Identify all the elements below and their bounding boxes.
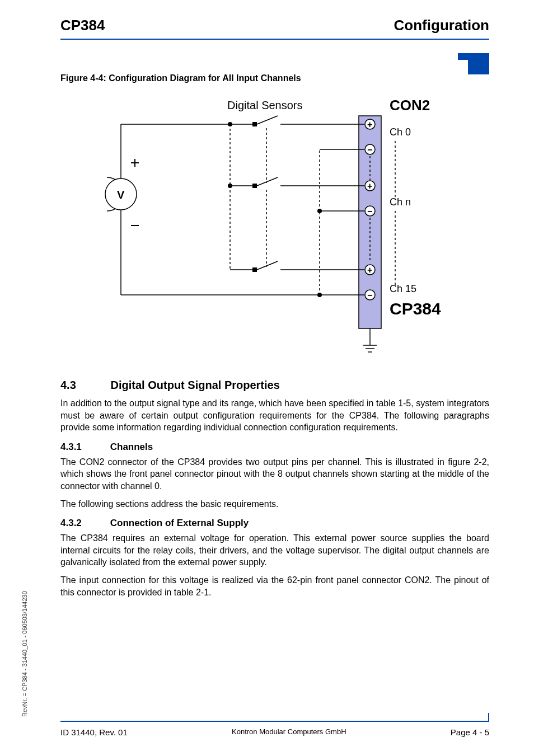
footer-right: Page 4 - 5	[451, 727, 489, 737]
con2-label: CON2	[390, 97, 430, 114]
configuration-diagram: CON2 + − Ch 0 + − Ch n + − Ch 15 CP384 D…	[85, 93, 465, 362]
cp384-label: CP384	[390, 299, 441, 318]
section-4-3-p1: In addition to the output signal type an…	[60, 397, 489, 434]
svg-line-30	[257, 116, 278, 124]
section-num: 4.3	[60, 379, 107, 392]
svg-text:+: +	[367, 181, 372, 191]
svg-text:−: −	[367, 206, 372, 216]
subsection-heading-4-3-1: 4.3.1 Channels	[60, 442, 489, 453]
voltage-label: V	[117, 189, 125, 201]
header-left: CP384	[60, 17, 105, 34]
footer-center: Kontron Modular Computers GmbH	[232, 727, 346, 737]
svg-text:+: +	[367, 265, 372, 275]
footer-rule	[60, 721, 489, 722]
subsection-num: 4.3.2	[60, 518, 107, 529]
ch15-label: Ch 15	[390, 283, 416, 294]
svg-text:−: −	[367, 145, 372, 154]
header-rule	[60, 39, 489, 40]
subsection-title: Channels	[110, 442, 153, 452]
section-heading-4-3: 4.3 Digital Output Signal Properties	[60, 379, 489, 392]
section-title: Digital Output Signal Properties	[111, 379, 280, 391]
subsection-title: Connection of External Supply	[110, 518, 249, 528]
svg-text:−: −	[367, 290, 372, 300]
corner-badge-icon	[458, 53, 489, 74]
svg-line-41	[257, 261, 278, 270]
section-4-3-2-p1: The CP384 requires an external voltage f…	[60, 532, 489, 569]
section-4-3-1-p1: The CON2 connector of the CP384 provides…	[60, 456, 489, 492]
svg-text:+: +	[367, 120, 372, 129]
ch0-label: Ch 0	[390, 126, 411, 138]
svg-rect-35	[252, 184, 257, 188]
figure-caption: Figure 4-4: Configuration Diagram for Al…	[60, 73, 489, 83]
section-4-3-1-p2: The following sections address the basic…	[60, 498, 489, 510]
page-header: CP384 Configuration	[60, 17, 489, 39]
digital-sensors-label: Digital Sensors	[227, 99, 303, 111]
section-4-3-2-p2: The input connection for this voltage is…	[60, 574, 489, 598]
svg-rect-29	[252, 122, 257, 126]
chn-label: Ch n	[390, 196, 411, 208]
header-right: Configuration	[394, 17, 489, 34]
svg-rect-40	[252, 267, 257, 272]
svg-line-36	[257, 177, 278, 186]
page-footer: ID 31440, Rev. 01 Kontron Modular Comput…	[60, 721, 489, 737]
footer-left: ID 31440, Rev. 01	[60, 727, 128, 737]
subsection-num: 4.3.1	[60, 442, 107, 453]
subsection-heading-4-3-2: 4.3.2 Connection of External Supply	[60, 518, 489, 529]
revision-sidebar: RevNr. = CP384 - 31440_01 - 060503/14423…	[21, 591, 28, 717]
